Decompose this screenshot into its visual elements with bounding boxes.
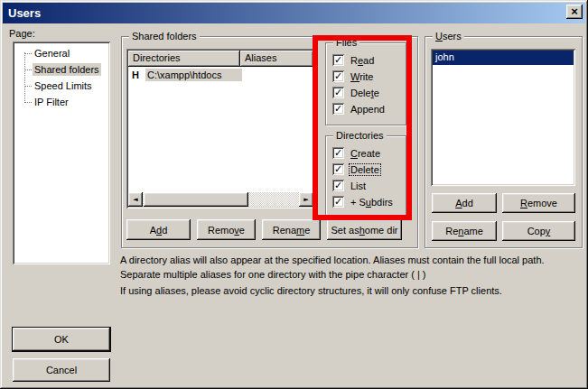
add-directory-button[interactable]: Add xyxy=(126,219,191,240)
column-header-directories[interactable]: Directories xyxy=(128,51,240,67)
rename-directory-button[interactable]: Rename xyxy=(262,219,321,240)
button-label: Set as xyxy=(331,225,359,236)
remove-directory-button[interactable]: Remove xyxy=(197,219,256,240)
table-row[interactable]: H C:\xampp\htdocs xyxy=(128,67,313,82)
cancel-button[interactable]: Cancel xyxy=(13,358,110,382)
button-label: Cop xyxy=(527,226,546,236)
page-label: Page: xyxy=(9,28,35,39)
directories-listview: Directories Aliases H C:\xampp\htdocs ◄ … xyxy=(126,49,315,208)
check-icon: ✓ xyxy=(334,181,342,190)
checkbox-files-write[interactable]: ✓ Write xyxy=(332,70,374,82)
tree-stub xyxy=(24,86,32,87)
checkbox-files-read[interactable]: ✓ Read xyxy=(332,54,375,66)
checkbox-box: ✓ xyxy=(332,196,344,208)
sidebar-item-ip-filter[interactable]: IP Filter xyxy=(24,94,70,110)
close-button[interactable]: × xyxy=(566,5,583,19)
button-label: e xyxy=(239,225,245,236)
checkbox-files-append[interactable]: ✓ Append xyxy=(332,103,386,115)
directory-cell: C:\xampp\htdocs xyxy=(145,69,242,81)
close-icon: × xyxy=(571,5,578,18)
scroll-left-button[interactable]: ◄ xyxy=(128,192,143,207)
check-icon: ✓ xyxy=(334,104,342,114)
checkbox-box: ✓ xyxy=(332,180,344,191)
tree-stub xyxy=(24,53,32,54)
sidebar-item-label: General xyxy=(33,47,71,60)
home-indicator: H xyxy=(132,69,139,80)
shared-folders-group-label: Shared folders xyxy=(129,30,200,42)
checkbox-dirs-subdirs[interactable]: ✓ + Subdirs xyxy=(332,196,394,208)
checkbox-dirs-list[interactable]: ✓ List xyxy=(332,180,367,191)
check-icon: ✓ xyxy=(334,164,342,174)
checkbox-dirs-delete[interactable]: ✓ Delete xyxy=(332,163,380,175)
cyclic-note: If using aliases, please avoid cyclic di… xyxy=(120,283,574,298)
button-label: Remo xyxy=(208,225,234,236)
scroll-right-icon: ► xyxy=(303,196,308,203)
rename-user-button[interactable]: Rename xyxy=(432,221,497,241)
checkbox-label: Write xyxy=(350,71,374,82)
checkbox-box: ✓ xyxy=(332,54,344,66)
directories-group-label: Directories xyxy=(333,129,387,142)
button-label: e xyxy=(304,225,310,236)
sidebar-item-general[interactable]: General xyxy=(24,45,71,61)
checkbox-label: Append xyxy=(350,104,386,115)
checkbox-files-delete[interactable]: ✓ Delete xyxy=(332,87,380,98)
alias-note: A directory alias will also appear at th… xyxy=(120,253,574,282)
sidebar-item-speed-limits[interactable]: Speed Limits xyxy=(24,78,94,94)
remove-user-button[interactable]: Remove xyxy=(502,193,575,213)
window-title: Users xyxy=(3,6,41,20)
button-label: Rena xyxy=(273,225,296,236)
checkbox-box: ✓ xyxy=(332,103,344,115)
checkbox-label: + Subdirs xyxy=(350,197,394,208)
list-item-user[interactable]: john xyxy=(433,51,574,65)
sidebar-item-label: Speed Limits xyxy=(33,79,94,92)
button-label: m xyxy=(296,225,304,236)
listview-header: Directories Aliases xyxy=(128,51,313,67)
sidebar-item-shared-folders[interactable]: Shared folders xyxy=(24,61,101,78)
button-label: ame xyxy=(463,226,482,236)
check-icon: ✓ xyxy=(334,148,342,158)
check-icon: ✓ xyxy=(334,71,342,81)
sidebar-item-label: IP Filter xyxy=(33,96,70,108)
check-icon: ✓ xyxy=(334,197,342,207)
checkbox-box: ✓ xyxy=(332,70,344,82)
checkbox-label: Delete xyxy=(350,164,380,175)
checkbox-label: Create xyxy=(350,148,381,159)
ok-button[interactable]: OK xyxy=(13,328,110,351)
checkbox-dirs-create[interactable]: ✓ Create xyxy=(332,147,381,159)
button-label: emove xyxy=(527,198,557,208)
checkbox-box: ✓ xyxy=(332,87,344,98)
tree-stub xyxy=(24,102,32,103)
button-label: d xyxy=(162,225,167,236)
check-icon: ✓ xyxy=(334,55,342,65)
files-group-label: Files xyxy=(333,36,359,49)
button-label: y xyxy=(546,226,551,236)
page-list: General Shared folders Speed Limits IP F… xyxy=(13,42,110,264)
button-label: A xyxy=(150,225,156,236)
users-dialog: Users × Page: General Shared folders Spe… xyxy=(0,0,588,389)
button-label: ome dir xyxy=(365,225,398,236)
button-label: dd xyxy=(462,198,473,208)
button-label: R xyxy=(520,198,527,208)
button-label: A xyxy=(455,198,462,208)
scroll-right-button[interactable]: ► xyxy=(299,192,313,207)
add-user-button[interactable]: Add xyxy=(432,193,497,213)
column-header-aliases[interactable]: Aliases xyxy=(240,51,313,67)
button-label: Re xyxy=(445,226,458,236)
scrollbar-thumb[interactable] xyxy=(144,192,248,207)
checkbox-label: Read xyxy=(350,55,375,66)
checkbox-box: ✓ xyxy=(332,147,344,159)
set-as-home-dir-button[interactable]: Set as home dir xyxy=(327,219,402,240)
tree-stub xyxy=(24,69,32,70)
users-list: john xyxy=(431,49,575,186)
copy-user-button[interactable]: Copy xyxy=(502,221,575,241)
users-group-label: Users xyxy=(433,30,464,42)
checkbox-box: ✓ xyxy=(332,163,344,175)
checkbox-label: Delete xyxy=(350,88,380,98)
title-bar: Users xyxy=(3,3,585,23)
checkbox-label: List xyxy=(350,181,367,191)
sidebar-item-label: Shared folders xyxy=(33,63,101,76)
horizontal-scrollbar[interactable]: ◄ ► xyxy=(128,192,313,207)
check-icon: ✓ xyxy=(334,88,342,97)
scroll-left-icon: ◄ xyxy=(133,196,137,203)
